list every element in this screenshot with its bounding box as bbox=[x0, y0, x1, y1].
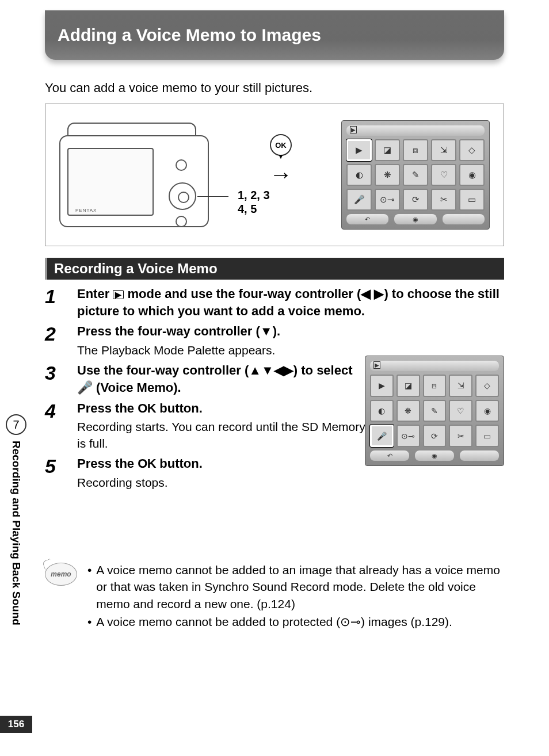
palette-cell: ▶ bbox=[346, 139, 372, 161]
palette-preview-1: ▶◪⧈⇲◇◐❋✎♡◉🎤⊙⊸⟳✂▭ ↶ ◉ bbox=[341, 120, 490, 230]
palette-cell: ◐ bbox=[370, 400, 394, 422]
step-3-head: Use the four-way controller (▲▼◀▶) to se… bbox=[77, 362, 354, 396]
palette-cell: 🎤 bbox=[370, 425, 394, 447]
step-2-sub: The Playback Mode Palette appears. bbox=[77, 342, 354, 358]
palette-cell: ▭ bbox=[459, 189, 485, 211]
memo-note: memo • A voice memo cannot be added to a… bbox=[45, 562, 504, 632]
memo-badge-icon: memo bbox=[45, 563, 77, 586]
palette-cell: ⇲ bbox=[449, 375, 472, 397]
step-2: 2 Press the four-way controller (▼). The… bbox=[45, 323, 504, 358]
palette-cell: ▶ bbox=[370, 375, 394, 397]
memo-bullet-1: • A voice memo cannot be added to an ima… bbox=[87, 562, 504, 612]
palette-bottom-mid: ◉ bbox=[394, 214, 436, 224]
chapter-number: 7 bbox=[6, 414, 26, 435]
palette-cell: ✎ bbox=[423, 400, 447, 422]
page-number: 156 bbox=[0, 716, 32, 733]
palette-cell: ⊙⊸ bbox=[396, 425, 420, 447]
palette-cell: 🎤 bbox=[346, 189, 372, 211]
palette-bottom-left: ↶ bbox=[346, 214, 388, 224]
chapter-label: Recording and Playing Back Sound bbox=[10, 441, 22, 671]
palette-cell: ❋ bbox=[396, 400, 420, 422]
step-5-sub: Recording stops. bbox=[77, 475, 504, 491]
ok-label: OK bbox=[138, 401, 156, 415]
step-1: 1 Enter ▶ mode and use the four-way cont… bbox=[45, 285, 504, 319]
palette-bottom-right bbox=[443, 214, 485, 224]
diagram-step-labels: 1, 2, 3 4, 5 bbox=[238, 188, 270, 216]
page-title: Adding a Voice Memo to Images bbox=[58, 25, 321, 45]
palette-cell: ▭ bbox=[475, 425, 499, 447]
palette-cell: ◇ bbox=[459, 139, 485, 161]
down-arrow-icon: ▼ bbox=[277, 152, 284, 161]
palette-cell: ⧈ bbox=[403, 139, 428, 161]
dpad-icon bbox=[169, 182, 196, 210]
palette-cell: ⟳ bbox=[403, 189, 428, 211]
ok-label: OK bbox=[138, 456, 156, 471]
arrow-right-icon: → bbox=[269, 169, 292, 180]
camera-illustration: PENTAX bbox=[59, 120, 220, 230]
palette-cell: ⧈ bbox=[423, 375, 447, 397]
side-tab: 7 Recording and Playing Back Sound bbox=[0, 414, 32, 702]
palette-cell: ❋ bbox=[375, 164, 400, 186]
section-heading: Recording a Voice Memo bbox=[45, 258, 504, 280]
palette-cell: ♡ bbox=[449, 400, 472, 422]
palette-cell: ◪ bbox=[396, 375, 420, 397]
palette-topbar bbox=[346, 125, 485, 136]
palette-cell: ✂ bbox=[431, 189, 456, 211]
palette-cell: ⇲ bbox=[431, 139, 456, 161]
palette-cell: ◐ bbox=[346, 164, 372, 186]
mic-icon: 🎤 bbox=[77, 380, 93, 395]
palette-cell: ⊙⊸ bbox=[375, 189, 400, 211]
palette-cell: ⟳ bbox=[423, 425, 447, 447]
diagram-box: PENTAX OK ▼ → 1, 2, 3 4, 5 ▶◪⧈⇲◇◐❋✎♡◉🎤⊙⊸… bbox=[45, 104, 504, 246]
step-1-head: Enter ▶ mode and use the four-way contro… bbox=[77, 285, 504, 319]
palette-cell: ◪ bbox=[375, 139, 400, 161]
palette-cell: ◇ bbox=[475, 375, 499, 397]
palette-cell: ✂ bbox=[449, 425, 472, 447]
camera-brand-label: PENTAX bbox=[75, 208, 97, 213]
palette-cell: ♡ bbox=[431, 164, 456, 186]
step-2-head: Press the four-way controller (▼). bbox=[77, 323, 354, 340]
diagram-center: OK ▼ → 1, 2, 3 4, 5 bbox=[232, 134, 330, 216]
palette-cell: ◉ bbox=[459, 164, 485, 186]
intro-text: You can add a voice memo to your still p… bbox=[45, 81, 312, 96]
palette-inset: ▶◪⧈⇲◇◐❋✎♡◉🎤⊙⊸⟳✂▭ ↶ ◉ bbox=[365, 356, 504, 466]
steps-list: 1 Enter ▶ mode and use the four-way cont… bbox=[45, 285, 504, 494]
page-title-banner: Adding a Voice Memo to Images bbox=[45, 10, 504, 60]
memo-bullet-2: • A voice memo cannot be added to protec… bbox=[87, 613, 504, 630]
palette-topbar bbox=[370, 361, 499, 371]
palette-cell: ✎ bbox=[403, 164, 428, 186]
palette-cell: ◉ bbox=[475, 400, 499, 422]
play-mode-icon: ▶ bbox=[113, 290, 124, 299]
